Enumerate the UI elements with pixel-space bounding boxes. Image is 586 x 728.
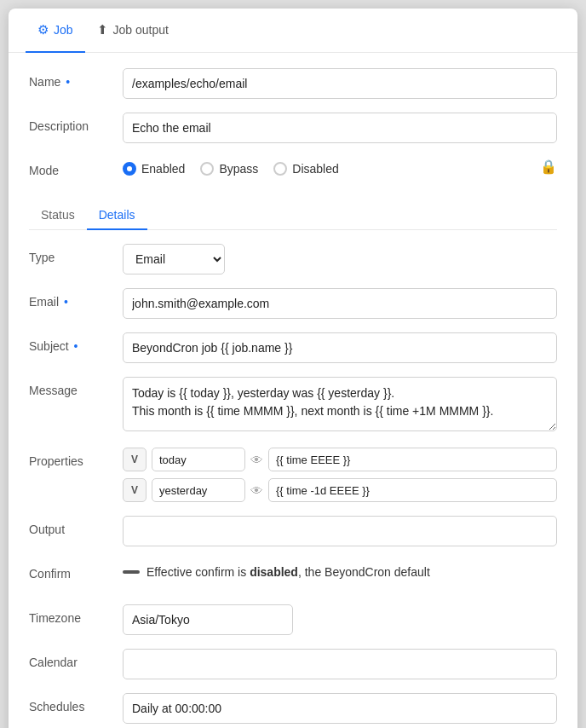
type-field: Email [123, 244, 557, 274]
confirm-label: Confirm [29, 560, 123, 581]
confirm-bold: disabled [250, 565, 298, 579]
schedules-row: Schedules [29, 693, 557, 724]
timezone-input[interactable] [123, 604, 293, 635]
type-row: Type Email [29, 244, 557, 274]
tab-status[interactable]: Status [29, 201, 87, 230]
timezone-label: Timezone [29, 604, 123, 625]
properties-label: Properties [29, 448, 123, 468]
name-input[interactable] [123, 68, 557, 99]
sub-tabs: Status Details [29, 201, 557, 230]
output-label: Output [29, 516, 123, 536]
description-field [123, 113, 557, 143]
prop-value-input-1[interactable] [268, 478, 557, 502]
property-row-1: V 👁 [123, 478, 557, 502]
schedules-label: Schedules [29, 693, 123, 714]
message-row: Message Today is {{ today }}, yesterday … [29, 377, 557, 434]
description-row: Description [29, 113, 557, 143]
schedules-input[interactable] [123, 693, 557, 724]
radio-bypass [200, 162, 214, 176]
confirm-row: Confirm Effective confirm is disabled, t… [29, 560, 557, 591]
confirm-dash-icon [123, 570, 140, 574]
lock-icon: 🔒 [540, 159, 557, 175]
upload-icon: ⬆ [97, 22, 108, 38]
message-field: Today is {{ today }}, yesterday was {{ y… [123, 377, 557, 434]
email-input[interactable] [123, 288, 557, 319]
calendar-input[interactable] [123, 649, 557, 679]
mode-row: Mode Enabled Bypass Disabled [29, 157, 557, 188]
form-area: Name • Description Mode [9, 53, 577, 728]
mode-bypass[interactable]: Bypass [200, 162, 258, 176]
calendar-field [123, 649, 557, 679]
message-label: Message [29, 377, 123, 397]
prop-value-input-0[interactable] [268, 448, 557, 471]
name-label: Name • [29, 68, 123, 89]
mode-options-wrapper: Enabled Bypass Disabled 🔒 [123, 157, 557, 176]
main-window: ⚙ Job ⬆ Job output Name • Description [9, 9, 577, 728]
prop-name-input-1[interactable] [152, 478, 245, 502]
email-field [123, 288, 557, 319]
message-textarea[interactable]: Today is {{ today }}, yesterday was {{ y… [123, 377, 557, 431]
tab-job-output[interactable]: ⬆ Job output [85, 9, 181, 53]
subject-field [123, 332, 557, 363]
timezone-field [123, 604, 557, 635]
name-row: Name • [29, 68, 557, 99]
schedules-field [123, 693, 557, 724]
properties-block: V 👁 V 👁 [123, 448, 557, 502]
name-required: • [62, 75, 70, 89]
type-select[interactable]: Email [123, 244, 225, 274]
top-nav: ⚙ Job ⬆ Job output [9, 9, 577, 53]
properties-row: Properties V 👁 V 👁 [29, 448, 557, 502]
mode-label: Mode [29, 157, 123, 177]
radio-disabled [273, 162, 287, 176]
radio-enabled [123, 162, 136, 176]
description-label: Description [29, 113, 123, 133]
tab-job[interactable]: ⚙ Job [26, 9, 85, 53]
email-label: Email • [29, 288, 123, 309]
timezone-row: Timezone [29, 604, 557, 635]
mode-options: Enabled Bypass Disabled [123, 157, 354, 176]
calendar-row: Calendar [29, 649, 557, 679]
property-row-0: V 👁 [123, 448, 557, 471]
confirm-content: Effective confirm is disabled, the Beyon… [123, 560, 557, 579]
prop-v-btn-1[interactable]: V [123, 478, 146, 502]
prop-v-btn-0[interactable]: V [123, 448, 146, 471]
eye-icon-0: 👁 [250, 453, 263, 467]
confirm-field: Effective confirm is disabled, the Beyon… [123, 560, 557, 579]
output-row: Output [29, 516, 557, 546]
subject-label: Subject • [29, 332, 123, 353]
tab-details[interactable]: Details [87, 201, 147, 230]
subject-required: • [71, 339, 78, 353]
mode-enabled-label: Enabled [141, 162, 185, 176]
type-label: Type [29, 244, 123, 264]
eye-icon-1: 👁 [250, 483, 263, 498]
email-row: Email • [29, 288, 557, 319]
mode-disabled-label: Disabled [292, 162, 338, 176]
output-input[interactable] [123, 516, 557, 546]
mode-enabled[interactable]: Enabled [123, 162, 185, 176]
mode-bypass-label: Bypass [219, 162, 258, 176]
calendar-label: Calendar [29, 649, 123, 669]
subject-input[interactable] [123, 332, 557, 363]
tab-job-label: Job [54, 23, 73, 37]
gear-icon: ⚙ [37, 22, 49, 38]
confirm-text: Effective confirm is disabled, the Beyon… [146, 565, 430, 579]
name-field [123, 68, 557, 99]
prop-name-input-0[interactable] [152, 448, 245, 471]
description-input[interactable] [123, 113, 557, 143]
email-required: • [60, 295, 68, 309]
tab-job-output-label: Job output [113, 23, 169, 37]
output-field [123, 516, 557, 546]
subject-row: Subject • [29, 332, 557, 363]
mode-disabled[interactable]: Disabled [273, 162, 338, 176]
